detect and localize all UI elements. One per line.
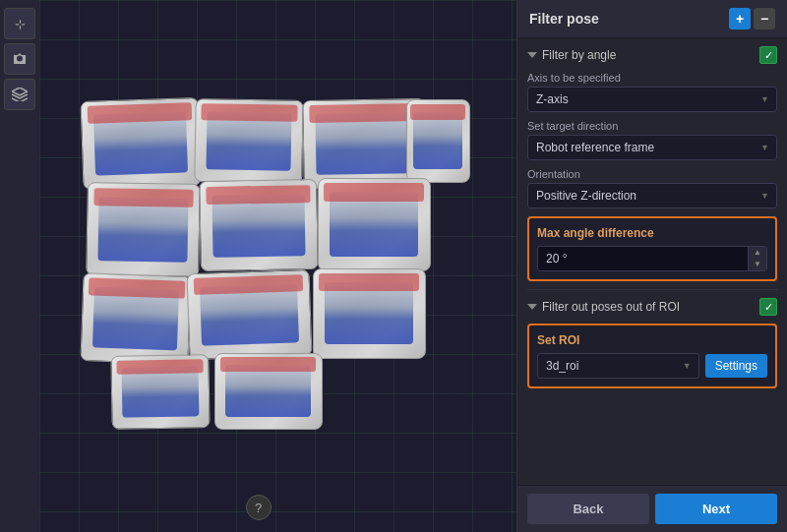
- add-button[interactable]: +: [729, 8, 751, 30]
- section-separator: [527, 289, 777, 290]
- filter-angle-title: Filter by angle: [542, 48, 616, 62]
- next-button[interactable]: Next: [655, 494, 777, 524]
- bag-item: [80, 96, 201, 189]
- bag-item: [110, 354, 210, 430]
- roi-label: Set ROI: [537, 333, 767, 347]
- direction-field-group: Set target direction Robot reference fra…: [527, 120, 777, 160]
- angle-input-row: ▲ ▼: [537, 246, 767, 271]
- filter-angle-section-header[interactable]: Filter by angle ✓: [527, 46, 777, 64]
- direction-select-wrapper: Robot reference frame Camera reference f…: [527, 135, 777, 160]
- scene-content: [72, 80, 485, 453]
- axis-select[interactable]: Z-axis X-axis Y-axis: [527, 87, 777, 112]
- bag-item: [194, 98, 303, 184]
- axis-select-wrapper: Z-axis X-axis Y-axis: [527, 87, 777, 112]
- filter-roi-section-header[interactable]: Filter out poses out of ROI ✓: [527, 298, 777, 316]
- panel-footer: Back Next: [517, 485, 787, 532]
- orientation-label: Orientation: [527, 168, 777, 180]
- roi-select[interactable]: 3d_roi roi_1 roi_2: [537, 353, 699, 379]
- orientation-select[interactable]: Positive Z-direction Negative Z-directio…: [527, 183, 777, 208]
- max-angle-label: Max angle difference: [537, 226, 767, 240]
- remove-button[interactable]: −: [754, 8, 775, 30]
- axis-field-group: Axis to be specified Z-axis X-axis Y-axi…: [527, 72, 777, 112]
- toolbar-camera-btn[interactable]: [4, 43, 35, 75]
- filter-angle-title-row: Filter by angle: [527, 48, 616, 62]
- header-buttons: + −: [729, 8, 775, 30]
- filter-roi-title: Filter out poses out of ROI: [542, 300, 680, 314]
- bag-item: [80, 272, 191, 365]
- orientation-field-group: Orientation Positive Z-direction Negativ…: [527, 168, 777, 208]
- left-toolbar: ⊹: [0, 0, 39, 532]
- roi-section: Set ROI 3d_roi roi_1 roi_2 Settings: [527, 324, 777, 388]
- help-button[interactable]: ?: [246, 495, 272, 520]
- bags-container: [82, 99, 475, 434]
- filter-angle-check[interactable]: ✓: [759, 46, 777, 64]
- orientation-select-wrapper: Positive Z-direction Negative Z-directio…: [527, 183, 777, 208]
- bag-item: [186, 268, 312, 359]
- back-button[interactable]: Back: [527, 494, 649, 524]
- settings-button[interactable]: Settings: [705, 354, 767, 378]
- bag-item: [406, 99, 470, 183]
- filter-roi-check[interactable]: ✓: [759, 298, 777, 316]
- roi-select-wrapper: 3d_roi roi_1 roi_2: [537, 353, 699, 379]
- panel-header: Filter pose + −: [517, 0, 787, 38]
- collapse-icon: [527, 52, 537, 58]
- right-panel: Filter pose + − Filter by angle ✓ Axis t…: [516, 0, 787, 532]
- direction-select[interactable]: Robot reference frame Camera reference f…: [527, 135, 777, 160]
- axis-label: Axis to be specified: [527, 72, 777, 84]
- viewport: ⊹ ?: [0, 0, 516, 532]
- panel-content: Filter by angle ✓ Axis to be specified Z…: [517, 38, 787, 485]
- filter-roi-title-row: Filter out poses out of ROI: [527, 300, 680, 314]
- angle-spinners: ▲ ▼: [748, 247, 766, 270]
- angle-input[interactable]: [538, 247, 748, 270]
- bag-item: [318, 178, 431, 271]
- angle-decrement-btn[interactable]: ▼: [749, 259, 766, 270]
- bag-item: [313, 268, 426, 359]
- bag-item: [86, 182, 201, 277]
- collapse-roi-icon: [527, 304, 537, 310]
- roi-row: 3d_roi roi_1 roi_2 Settings: [537, 353, 767, 379]
- direction-label: Set target direction: [527, 120, 777, 132]
- bag-item: [199, 178, 319, 270]
- toolbar-cursor-btn[interactable]: ⊹: [4, 8, 35, 39]
- toolbar-layers-btn[interactable]: [4, 79, 35, 110]
- angle-increment-btn[interactable]: ▲: [749, 247, 766, 259]
- bag-item: [214, 353, 323, 430]
- max-angle-section: Max angle difference ▲ ▼: [527, 216, 777, 281]
- panel-title: Filter pose: [529, 11, 599, 27]
